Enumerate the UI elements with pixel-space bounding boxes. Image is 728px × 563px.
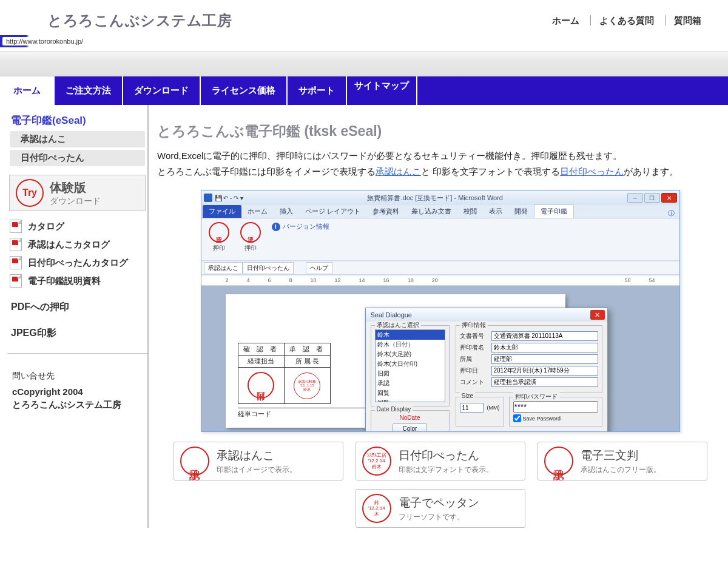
pdf-link-label: 承認はんこカタログ: [28, 239, 145, 251]
pdf-link-label: カタログ: [28, 221, 145, 232]
sidebar-link-pdf-stamp[interactable]: PDFへの押印: [11, 301, 144, 314]
pdf-link-pettan-catalog[interactable]: 日付印ぺったんカタログ: [10, 256, 145, 269]
word-screenshot: 💾 ↶ - ↷ ▾ 旅費精算書.doc [互換モード] - Microsoft …: [201, 190, 680, 432]
url-banner: http://www.tororokonbu.jp/: [0, 35, 728, 47]
contact-label: 問い合せ先: [12, 371, 143, 382]
date-stamp-icon: ｼｽﾃﾑ工房'12.2.14鈴木: [362, 447, 391, 476]
site-logo: とろろこんぶシステム工房: [47, 11, 232, 30]
card-sub: 承認はんこのフリー版。: [581, 465, 701, 475]
color-button[interactable]: Color: [393, 423, 428, 431]
stamp-icon: 承認: [544, 447, 573, 476]
ribbon-version-info[interactable]: i バージョン情報: [272, 222, 329, 231]
ribbon-tab-reference[interactable]: 参考資料: [366, 205, 405, 218]
size-input[interactable]: [460, 403, 484, 413]
word-document-area: 確 認 者承 認 者 経理担当所 属 長 阿部 承認ｼｽﾃﾑ株'11. 1.15…: [201, 286, 679, 431]
nav-download[interactable]: ダウンロード: [123, 76, 201, 105]
word-ribbon-tabs: ファイル ホーム 挿入 ページ レイアウト 参考資料 差し込み文書 校閲 表示 …: [201, 205, 679, 218]
nav-home[interactable]: ホーム: [0, 76, 55, 105]
stamp-date-input[interactable]: [491, 366, 598, 376]
ribbon-tab-layout[interactable]: ページ レイアウト: [299, 205, 366, 218]
subtab-shounin[interactable]: 承認はんこ: [204, 262, 243, 274]
card-shounin[interactable]: 承認 承認はんこ印影はイメージで表示。: [174, 442, 343, 480]
pdf-link-catalog[interactable]: カタログ: [10, 220, 145, 233]
pdf-link-shounin-catalog[interactable]: 承認はんこカタログ: [10, 238, 145, 251]
list-item[interactable]: 回覧: [376, 398, 445, 402]
ribbon-tab-file[interactable]: ファイル: [203, 205, 241, 218]
list-item[interactable]: 旧図: [376, 369, 445, 379]
doc-number-input[interactable]: [491, 331, 598, 341]
password-input[interactable]: [513, 401, 598, 413]
trial-sub: ダウンロード: [50, 196, 101, 207]
minimize-icon[interactable]: ─: [627, 193, 643, 203]
card-title: 日付印ぺったん: [399, 448, 519, 464]
card-sub: 印影はイメージで表示。: [217, 465, 337, 475]
pdf-icon: [10, 238, 22, 251]
date-stamp-icon: 鈴'12.2.14木: [362, 494, 391, 523]
close-icon[interactable]: ✕: [661, 193, 677, 203]
subtab-pettan[interactable]: 日付印ぺったん: [243, 262, 294, 274]
word-ribbon-body: 承認 押印 承認 押印 i バージョン情報: [201, 218, 679, 261]
card-sanmonban[interactable]: 承認 電子三文判承認はんこのフリー版。: [538, 442, 707, 480]
trial-download-box[interactable]: Try 体験版 ダウンロード: [9, 175, 146, 211]
nav-order[interactable]: ご注文方法: [55, 76, 123, 105]
date-display-group: Date Display NoDate Color: [371, 410, 450, 431]
sidebar: 電子印鑑(eSeal) 承認はんこ 日付印ぺったん Try 体験版 ダウンロード…: [0, 105, 149, 528]
ribbon-tab-review[interactable]: 校閲: [457, 205, 483, 218]
topnav-faq[interactable]: よくある質問: [590, 15, 662, 25]
list-item[interactable]: 鈴木（日付）: [376, 340, 445, 349]
ribbon-tab-eseal[interactable]: 電子印鑑: [534, 204, 574, 218]
sidebar-category-eseal[interactable]: 電子印鑑(eSeal): [7, 111, 147, 130]
stamper-name-input[interactable]: [491, 343, 598, 352]
maximize-icon[interactable]: ☐: [644, 193, 660, 203]
list-item[interactable]: 鈴木: [376, 330, 445, 340]
link-pettan[interactable]: 日付印ぺったん: [560, 166, 624, 177]
ribbon-help-icon[interactable]: ⓘ: [668, 209, 679, 218]
subtab-help[interactable]: ヘルプ: [306, 262, 332, 274]
nav-sitemap[interactable]: サイトマップ: [347, 76, 417, 105]
ribbon-tab-home[interactable]: ホーム: [241, 205, 274, 218]
stamp-info-group: 押印情報 文書番号 押印者名 所属 押印日 コメント: [456, 325, 602, 393]
list-item[interactable]: 鈴木(大足跡): [376, 349, 445, 359]
ribbon-tab-view[interactable]: 表示: [483, 205, 508, 218]
department-input[interactable]: [491, 354, 598, 364]
pdf-icon: [10, 220, 22, 233]
approval-table: 確 認 者承 認 者 経理担当所 属 長 阿部 承認ｼｽﾃﾑ株'11. 1.15…: [238, 343, 331, 404]
card-epettan[interactable]: 鈴'12.2.14木 電子でペッタンフリーソフトです。: [356, 489, 525, 528]
save-password-checkbox[interactable]: Save Password: [513, 414, 598, 422]
pdf-icon: [10, 274, 22, 288]
nodate-value: NoDate: [375, 414, 445, 421]
stamp-listbox[interactable]: 鈴木 鈴木（日付） 鈴木(大足跡) 鈴木(大日付印) 旧図 承認 回覧 回覧 許: [375, 329, 445, 402]
password-group: 押印パスワード Save Password: [509, 397, 602, 426]
pdf-link-manual[interactable]: 電子印鑑説明資料: [10, 274, 145, 288]
sidebar-item-shounin[interactable]: 承認はんこ: [10, 131, 145, 147]
nav-license[interactable]: ライセンス価格: [201, 76, 288, 105]
trial-title: 体験版: [50, 180, 101, 196]
stamp-select-group: 承認はんこ選択 鈴木 鈴木（日付） 鈴木(大足跡) 鈴木(大日付印) 旧図 承認: [371, 325, 450, 406]
topnav-home[interactable]: ホーム: [544, 15, 588, 25]
nav-support[interactable]: サポート: [288, 76, 347, 105]
ribbon-tab-mail[interactable]: 差し込み文書: [405, 205, 457, 218]
comment-input[interactable]: [491, 377, 598, 387]
sidebar-separator: [7, 353, 147, 354]
site-url: http://www.tororokonbu.jp/: [2, 37, 87, 46]
sidebar-item-pettan[interactable]: 日付印ぺったん: [10, 150, 145, 166]
card-title: 電子でペッタン: [399, 495, 519, 511]
ribbon-tab-dev[interactable]: 開発: [508, 205, 534, 218]
card-pettan[interactable]: ｼｽﾃﾑ工房'12.2.14鈴木 日付印ぺったん印影は文字フォントで表示。: [356, 442, 525, 480]
list-item[interactable]: 鈴木(大日付印): [376, 359, 445, 369]
copyright: cCopyright 2004 とろろこんぶシステム工房: [12, 385, 143, 411]
info-icon: i: [272, 223, 280, 231]
seal-dialog: Seal Dialogue ✕ 承認はんこ選択 鈴木 鈴木（日付）: [365, 308, 608, 431]
stamp-icon: 承認: [180, 447, 209, 476]
link-shounin[interactable]: 承認はんこ: [376, 166, 421, 177]
list-item[interactable]: 回覧: [376, 388, 445, 398]
card-sub: 印影は文字フォントで表示。: [399, 465, 519, 475]
dialog-close-icon[interactable]: ✕: [590, 310, 605, 320]
list-item[interactable]: 承認: [376, 379, 445, 388]
stamp-abe: 阿部: [248, 372, 274, 399]
ribbon-stamp-button-2[interactable]: 承認: [240, 222, 261, 243]
ribbon-stamp-button-1[interactable]: 承認: [209, 222, 229, 243]
sidebar-link-jpeg-stamp[interactable]: JPEG印影: [11, 327, 144, 340]
ribbon-tab-insert[interactable]: 挿入: [274, 205, 299, 218]
topnav-contact[interactable]: 質問箱: [665, 15, 710, 25]
